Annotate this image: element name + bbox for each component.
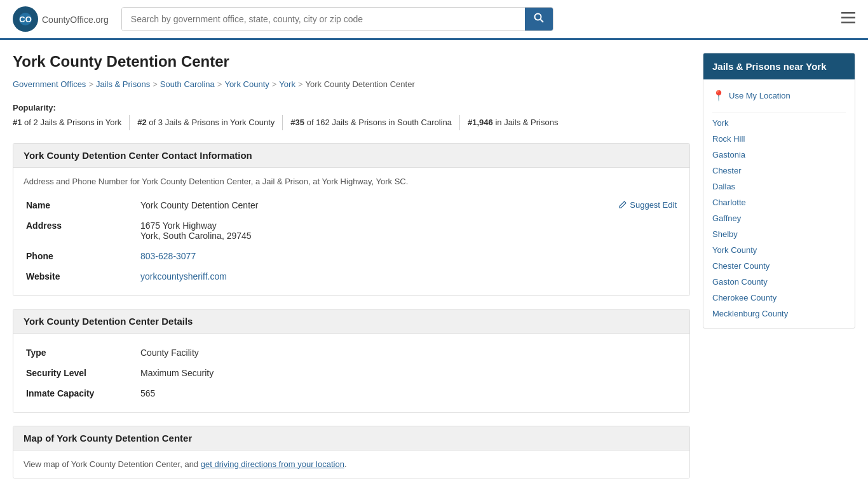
- contact-name-label: Name: [24, 195, 138, 215]
- logo-icon: CO: [13, 6, 38, 32]
- details-security-value: Maximum Security: [138, 363, 679, 383]
- popularity-item-2: #2 of 3 Jails & Prisons in York County: [130, 115, 283, 130]
- details-capacity-label: Inmate Capacity: [24, 383, 138, 403]
- svg-rect-6: [841, 17, 855, 19]
- search-button[interactable]: [525, 8, 553, 30]
- map-section-body: View map of York County Detention Center…: [13, 451, 689, 478]
- content-area: York County Detention Center Government …: [13, 53, 690, 488]
- sidebar-link-chester-county[interactable]: Chester County: [712, 258, 846, 274]
- sidebar-link-chester[interactable]: Chester: [712, 163, 846, 179]
- pop-num-4: #1,946: [468, 118, 493, 127]
- pop-num-1: #1: [13, 118, 22, 127]
- driving-directions-link[interactable]: get driving directions from your locatio…: [201, 459, 344, 469]
- popularity-item-3: #35 of 162 Jails & Prisons in South Caro…: [283, 115, 460, 130]
- sidebar-link-shelby[interactable]: Shelby: [712, 226, 846, 242]
- pop-num-3: #35: [290, 118, 304, 127]
- location-pin-icon: 📍: [712, 90, 725, 102]
- map-section: Map of York County Detention Center View…: [13, 426, 690, 478]
- search-bar: [121, 7, 553, 31]
- contact-table: Name York County Detention Center Sugges…: [24, 195, 679, 287]
- breadcrumb-govt-offices[interactable]: Government Offices: [13, 79, 86, 89]
- svg-rect-5: [841, 12, 855, 14]
- popularity-section: Popularity: #1 of 2 Jails & Prisons in Y…: [13, 100, 690, 130]
- sidebar-link-cherokee-county[interactable]: Cherokee County: [712, 290, 846, 306]
- breadcrumb-sep-1: >: [88, 79, 93, 89]
- sidebar-title: Jails & Prisons near York: [703, 53, 855, 79]
- svg-point-3: [534, 14, 541, 20]
- breadcrumb: Government Offices > Jails & Prisons > S…: [13, 79, 690, 89]
- contact-website-value: yorkcountysheriff.com: [138, 266, 679, 287]
- details-section-header: York County Detention Center Details: [13, 309, 689, 334]
- details-security-label: Security Level: [24, 363, 138, 383]
- svg-rect-7: [841, 22, 855, 24]
- main-layout: York County Detention Center Government …: [0, 40, 868, 488]
- sidebar-link-charlotte[interactable]: Charlotte: [712, 194, 846, 210]
- popularity-item-4: #1,946 in Jails & Prisons: [460, 115, 566, 130]
- sidebar: Jails & Prisons near York 📍 Use My Locat…: [703, 53, 855, 488]
- breadcrumb-york-county[interactable]: York County: [224, 79, 269, 89]
- details-type-label: Type: [24, 342, 138, 363]
- contact-website-row: Website yorkcountysheriff.com: [24, 266, 679, 287]
- breadcrumb-york[interactable]: York: [279, 79, 295, 89]
- breadcrumb-sep-4: >: [272, 79, 277, 89]
- contact-name-row: Name York County Detention Center Sugges…: [24, 195, 679, 215]
- search-input[interactable]: [122, 8, 525, 30]
- contact-section-body: Address and Phone Number for York County…: [13, 168, 689, 295]
- sidebar-link-gastonia[interactable]: Gastonia: [712, 147, 846, 163]
- contact-website-label: Website: [24, 266, 138, 287]
- use-my-location-link[interactable]: 📍 Use My Location: [712, 86, 846, 105]
- logo-link[interactable]: CO CountyOffice.org: [13, 6, 109, 32]
- page-title: York County Detention Center: [13, 53, 690, 71]
- sidebar-link-york[interactable]: York: [712, 115, 846, 131]
- details-type-value: County Facility: [138, 342, 679, 363]
- details-section: York County Detention Center Details Typ…: [13, 309, 690, 413]
- breadcrumb-sc[interactable]: South Carolina: [160, 79, 215, 89]
- popularity-label: Popularity:: [13, 103, 56, 112]
- contact-address-row: Address 1675 York Highway York, South Ca…: [24, 215, 679, 246]
- sidebar-body: 📍 Use My Location York Rock Hill Gastoni…: [703, 79, 855, 328]
- svg-line-4: [540, 20, 543, 23]
- breadcrumb-current: York County Detention Center: [305, 79, 414, 89]
- details-capacity-value: 565: [138, 383, 679, 403]
- map-description: View map of York County Detention Center…: [24, 459, 679, 469]
- details-capacity-row: Inmate Capacity 565: [24, 383, 679, 403]
- contact-section: York County Detention Center Contact Inf…: [13, 143, 690, 296]
- sidebar-link-gaffney[interactable]: Gaffney: [712, 210, 846, 226]
- website-link[interactable]: yorkcountysheriff.com: [140, 271, 227, 281]
- site-header: CO CountyOffice.org: [0, 0, 868, 40]
- breadcrumb-sep-5: >: [298, 79, 303, 89]
- contact-address-value: 1675 York Highway York, South Carolina, …: [138, 215, 679, 246]
- sidebar-link-rock-hill[interactable]: Rock Hill: [712, 131, 846, 147]
- contact-name-value: York County Detention Center Suggest Edi…: [138, 195, 679, 215]
- map-section-header: Map of York County Detention Center: [13, 426, 689, 451]
- contact-section-header: York County Detention Center Contact Inf…: [13, 144, 689, 168]
- suggest-edit-button[interactable]: Suggest Edit: [618, 200, 677, 210]
- pop-num-2: #2: [137, 118, 146, 127]
- popularity-item-1: #1 of 2 Jails & Prisons in York: [13, 115, 130, 130]
- contact-address-label: Address: [24, 215, 138, 246]
- sidebar-link-mecklenburg-county[interactable]: Mecklenburg County: [712, 306, 846, 322]
- svg-text:CO: CO: [19, 15, 32, 24]
- menu-icon[interactable]: [841, 11, 855, 27]
- sidebar-link-gaston-county[interactable]: Gaston County: [712, 274, 846, 290]
- sidebar-link-dallas[interactable]: Dallas: [712, 179, 846, 194]
- sidebar-box: Jails & Prisons near York 📍 Use My Locat…: [703, 53, 855, 329]
- breadcrumb-jails[interactable]: Jails & Prisons: [96, 79, 150, 89]
- contact-phone-row: Phone 803-628-3077: [24, 246, 679, 266]
- phone-link[interactable]: 803-628-3077: [140, 251, 196, 261]
- breadcrumb-sep-3: >: [217, 79, 222, 89]
- details-security-row: Security Level Maximum Security: [24, 363, 679, 383]
- breadcrumb-sep-2: >: [153, 79, 158, 89]
- details-table: Type County Facility Security Level Maxi…: [24, 342, 679, 403]
- contact-phone-label: Phone: [24, 246, 138, 266]
- logo-text: CountyOffice.org: [42, 13, 109, 26]
- details-section-body: Type County Facility Security Level Maxi…: [13, 334, 689, 412]
- sidebar-link-york-county[interactable]: York County: [712, 242, 846, 258]
- contact-phone-value: 803-628-3077: [138, 246, 679, 266]
- details-type-row: Type County Facility: [24, 342, 679, 363]
- sidebar-divider-1: [712, 112, 846, 112]
- contact-description: Address and Phone Number for York County…: [24, 177, 679, 186]
- popularity-items: #1 of 2 Jails & Prisons in York #2 of 3 …: [13, 115, 690, 130]
